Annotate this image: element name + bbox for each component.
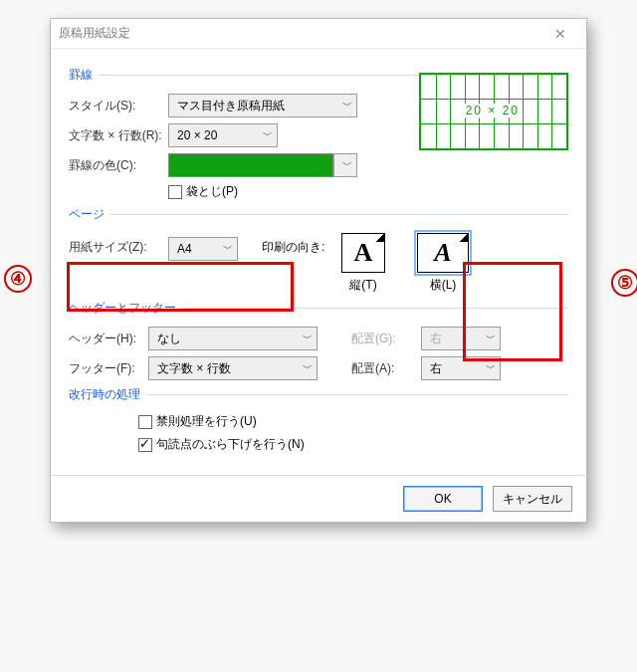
chevron-down-icon: ﹀ xyxy=(342,99,352,112)
grid-label: 文字数 × 行数(R): xyxy=(69,127,168,144)
close-icon[interactable]: ✕ xyxy=(542,26,578,42)
footer-value: 文字数 × 行数 xyxy=(157,360,231,377)
style-value: マス目付き原稿用紙 xyxy=(177,98,285,114)
section-ruled-label: 罫線 xyxy=(69,67,93,84)
grid-select[interactable]: 20 × 20 ﹀ xyxy=(168,123,278,147)
chevron-down-icon: ﹀ xyxy=(486,332,496,345)
header-align-value: 右 xyxy=(430,331,442,347)
chevron-down-icon: ﹀ xyxy=(303,361,313,375)
footer-align-label: 配置(A): xyxy=(351,360,421,377)
divider xyxy=(182,308,568,309)
kinsoku-label: 禁則処理を行う(U) xyxy=(156,413,257,430)
header-value: なし xyxy=(157,331,181,347)
divider xyxy=(110,214,568,215)
footer-align-value: 右 xyxy=(430,360,442,377)
title-bar: 原稿用紙設定 ✕ xyxy=(51,19,586,49)
footer-align-select[interactable]: 右 ﹀ xyxy=(421,356,501,380)
section-page: ページ xyxy=(69,206,568,223)
section-hf-label: ヘッダーとフッター xyxy=(69,300,176,317)
orientation-portrait-label: 縦(T) xyxy=(349,277,376,294)
page-fold-icon xyxy=(460,234,468,242)
hanging-checkbox[interactable] xyxy=(138,438,152,452)
color-swatch[interactable] xyxy=(168,153,333,177)
paper-size-select[interactable]: A4 ﹀ xyxy=(168,237,238,261)
style-select[interactable]: マス目付き原稿用紙 ﹀ xyxy=(168,94,357,117)
ok-button[interactable]: OK xyxy=(403,486,483,512)
footer-select[interactable]: 文字数 × 行数 ﹀ xyxy=(148,356,318,380)
chevron-down-icon: ﹀ xyxy=(486,361,496,375)
section-page-label: ページ xyxy=(69,206,105,223)
grid-value: 20 × 20 xyxy=(177,128,217,142)
orientation-landscape[interactable]: A 横(L) xyxy=(417,233,469,294)
color-dropdown[interactable]: ﹀ xyxy=(333,153,357,177)
dialog-genkou-settings: 原稿用紙設定 ✕ 罫線 20 × 20 スタイル(S): マス目付き原稿用紙 ﹀ xyxy=(50,18,587,523)
paper-size-value: A4 xyxy=(177,242,192,256)
fold-checkbox[interactable] xyxy=(168,185,182,199)
chevron-down-icon: ﹀ xyxy=(342,158,352,172)
chevron-down-icon: ﹀ xyxy=(223,242,233,256)
callout-5: ⑤ xyxy=(611,269,637,297)
dialog-title: 原稿用紙設定 xyxy=(59,25,130,42)
header-select[interactable]: なし ﹀ xyxy=(148,327,318,350)
header-align-label: 配置(G): xyxy=(351,331,421,347)
section-hf: ヘッダーとフッター xyxy=(69,300,568,317)
grid-preview-text: 20 × 20 xyxy=(464,104,522,117)
orientation-landscape-label: 横(L) xyxy=(430,277,457,294)
footer-label: フッター(F): xyxy=(69,360,148,377)
style-label: スタイル(S): xyxy=(69,98,168,114)
grid-preview: 20 × 20 xyxy=(419,73,568,150)
button-bar: OK キャンセル xyxy=(51,475,586,522)
chevron-down-icon: ﹀ xyxy=(263,128,273,142)
orientation-label: 印刷の向き: xyxy=(262,239,335,256)
paper-size-label: 用紙サイズ(Z): xyxy=(69,239,168,256)
callout-4: ④ xyxy=(4,265,32,293)
kinsoku-checkbox[interactable] xyxy=(138,415,152,429)
cancel-button[interactable]: キャンセル xyxy=(493,486,572,512)
header-label: ヘッダー(H): xyxy=(69,331,148,347)
orientation-portrait[interactable]: A 縦(T) xyxy=(341,233,385,294)
fold-label: 袋とじ(P) xyxy=(186,183,238,200)
page-fold-icon xyxy=(376,234,384,242)
header-align-select: 右 ﹀ xyxy=(421,327,501,350)
section-linebreak-label: 改行時の処理 xyxy=(69,386,140,403)
divider xyxy=(146,394,568,395)
hanging-label: 句読点のぶら下げを行う(N) xyxy=(156,436,305,453)
color-label: 罫線の色(C): xyxy=(69,157,168,174)
chevron-down-icon: ﹀ xyxy=(303,332,313,345)
section-linebreak: 改行時の処理 xyxy=(69,386,568,403)
